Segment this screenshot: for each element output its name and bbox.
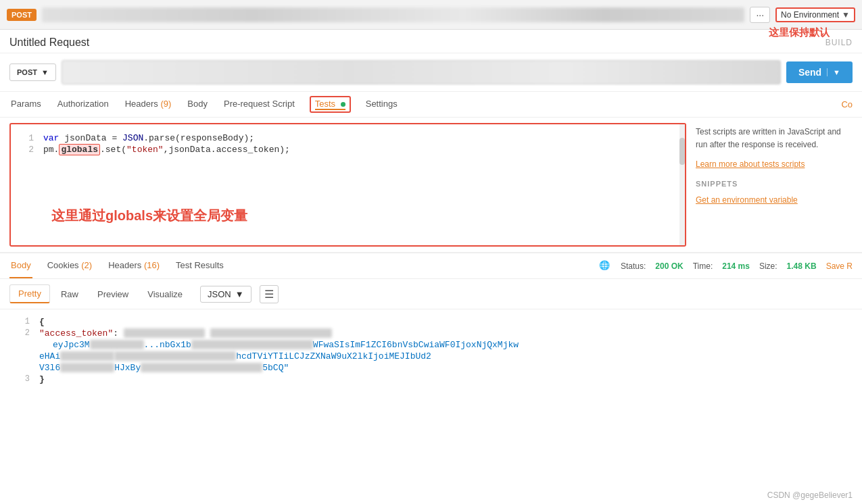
status-value: 200 OK (655, 261, 683, 271)
method-dropdown-icon[interactable]: ▼ (41, 68, 49, 76)
snippets-label: SNIPPETS (696, 178, 853, 191)
token-blur-6 (114, 351, 236, 361)
line-num-1: 1 (18, 133, 34, 143)
tab-headers[interactable]: Headers (9) (124, 92, 173, 117)
json-line-num-6: 3 (9, 374, 30, 384)
url-row: POST ▼ Send ▼ (0, 53, 862, 92)
request-title: Untitled Request (9, 36, 89, 49)
resp-tab-cookies[interactable]: Cookies (2) (46, 253, 93, 278)
code-text-1: var jsonData = JSON.parse(responseBody); (43, 133, 254, 143)
json-line-2: 2 "access_token" : (9, 328, 853, 339)
resp-tab-test-results[interactable]: Test Results (174, 253, 225, 278)
fmt-preview[interactable]: Preview (89, 286, 137, 303)
tab-tests[interactable]: Tests (315, 99, 345, 110)
json-open-brace: { (39, 317, 45, 327)
env-selector[interactable]: No Environment ▼ (775, 7, 855, 22)
code-line-2: 2 pm.globals.set("token",jsonData.access… (11, 144, 685, 155)
token-blur-7 (60, 363, 114, 372)
format-select[interactable]: JSON ▼ (200, 286, 252, 303)
time-label: Time: (693, 261, 713, 271)
tab-prerequest[interactable]: Pre-request Script (222, 92, 296, 117)
send-dropdown-arrow[interactable]: ▼ (827, 68, 840, 76)
resp-headers-badge: (16) (144, 260, 160, 270)
build-link[interactable]: BUILD (825, 38, 853, 47)
code-annotation: 这里通过globals来设置全局变量 (51, 207, 247, 225)
save-response-button[interactable]: Save R (826, 261, 853, 271)
env-dropdown-icon[interactable]: ▼ (842, 10, 850, 20)
resp-tab-body[interactable]: Body (9, 253, 32, 278)
env-note: 这里保持默认 (769, 26, 830, 39)
status-label: Status: (621, 261, 646, 271)
format-bar: Pretty Raw Preview Visualize JSON ▼ ☰ (0, 279, 862, 309)
tab-params[interactable]: Params (9, 92, 43, 117)
fmt-raw[interactable]: Raw (53, 286, 87, 303)
tab-tests-wrapper: Tests (310, 96, 351, 113)
method-label: POST (17, 68, 37, 76)
json-line-num-1: 1 (9, 317, 30, 326)
dots-button[interactable]: ··· (750, 7, 770, 23)
json-line-1: 1 { (9, 316, 853, 328)
cookies-badge: (2) (81, 260, 92, 270)
top-right-area: No Environment ▼ 这里保持默认 (775, 7, 855, 22)
wrap-icon[interactable]: ☰ (260, 285, 279, 303)
response-tabs-row: Body Cookies (2) Headers (16) Test Resul… (0, 253, 862, 279)
json-line-num-4 (9, 351, 30, 361)
format-label: JSON (208, 289, 231, 299)
globe-icon: 🌐 (598, 253, 611, 278)
token-blur-5 (60, 351, 114, 361)
send-label: Send (798, 67, 821, 78)
response-status-area: 🌐 Status: 200 OK Time: 214 ms Size: 1.48… (598, 253, 853, 278)
fmt-pretty[interactable]: Pretty (9, 284, 50, 303)
url-blur-topbar (42, 7, 744, 22)
format-dropdown-icon[interactable]: ▼ (235, 289, 244, 299)
token-blur-8 (141, 363, 262, 372)
tab-authorization[interactable]: Authorization (56, 92, 110, 117)
learn-more-link[interactable]: Learn more about tests scripts (696, 159, 805, 169)
editor-scrollbar[interactable] (679, 124, 685, 245)
token-fragment-4: eHAi (39, 351, 60, 361)
globals-highlight: globals (59, 144, 100, 155)
send-button[interactable]: Send ▼ (786, 61, 853, 83)
json-line-num-2: 2 (9, 328, 30, 338)
tab-settings[interactable]: Settings (364, 92, 399, 117)
tab-body[interactable]: Body (186, 92, 209, 117)
line-num-2: 2 (18, 145, 34, 155)
time-value: 214 ms (722, 261, 750, 271)
right-panel: Test scripts are written in JavaScript a… (686, 118, 862, 252)
fmt-visualize[interactable]: Visualize (139, 286, 191, 303)
scrollbar-thumb (679, 138, 685, 165)
json-line-5: V3l6 HJxBy 5bCQ" (9, 362, 853, 374)
json-line-6: 3 } (9, 374, 853, 385)
tab-more[interactable]: Co (841, 99, 853, 109)
token-fragment-2: ...nbGx1b (144, 340, 191, 350)
method-select[interactable]: POST ▼ (9, 64, 56, 81)
test-info-text: Test scripts are written in JavaScript a… (696, 126, 853, 151)
get-env-variable-link[interactable]: Get an environment variable (696, 195, 798, 205)
code-editor[interactable]: 1 var jsonData = JSON.parse(responseBody… (9, 123, 686, 247)
size-value: 1.48 KB (787, 261, 817, 271)
method-badge-topbar: POST (7, 9, 37, 21)
json-line-4: eHAi hcdTViYTIiLCJzZXNaW9uX2lkIjoiMEJIbU… (9, 351, 853, 362)
token-fragment-3: WFwaSIsImF1ZCI6bnVsbCwiaWF0IjoxNjQxMjkw (313, 340, 519, 350)
tabs-row: Params Authorization Headers (9) Body Pr… (0, 92, 862, 118)
request-title-bar: Untitled Request BUILD (0, 30, 862, 53)
json-line-num-5 (9, 363, 30, 372)
access-token-key: "access_token" (39, 328, 113, 338)
response-json: 1 { 2 "access_token" : eyJpc3M ...nbGx1b… (0, 309, 862, 392)
token-fragment-6: V3l6 (39, 363, 60, 373)
env-label: No Environment (781, 10, 839, 20)
resp-tab-headers[interactable]: Headers (16) (107, 253, 161, 278)
token-blur-4 (191, 340, 313, 349)
url-input[interactable] (62, 60, 781, 84)
json-line-3: eyJpc3M ...nbGx1b WFwaSIsImF1ZCI6bnVsbCw… (9, 339, 853, 351)
token-val-blur-2 (210, 328, 332, 338)
code-text-2: pm.globals.set("token",jsonData.access_t… (43, 145, 290, 155)
main-content-area: 1 var jsonData = JSON.parse(responseBody… (0, 118, 862, 253)
headers-badge: (9) (160, 99, 171, 109)
json-line-num-3 (9, 340, 30, 349)
env-container: No Environment ▼ 这里保持默认 (775, 7, 855, 22)
token-fragment-1: eyJpc3M (53, 340, 90, 350)
token-blur-3 (90, 340, 144, 349)
size-label: Size: (759, 261, 777, 271)
json-close-brace: } (39, 374, 45, 384)
